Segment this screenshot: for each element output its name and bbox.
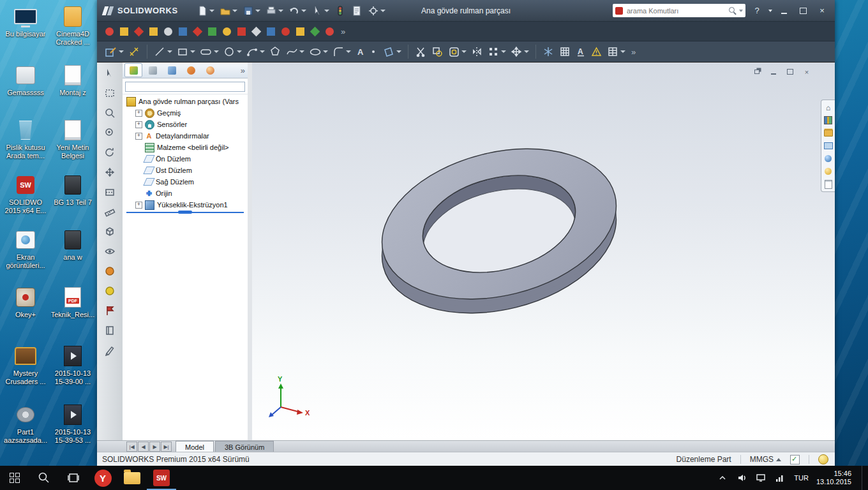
arc-icon[interactable] — [245, 45, 266, 59]
desktop-icon-bu-bilgisayar[interactable]: Bu bilgisayar — [3, 5, 49, 38]
move-entities-icon[interactable] — [509, 45, 530, 59]
smart-dimension-icon[interactable] — [127, 45, 142, 59]
taskbar-search-button[interactable] — [29, 466, 59, 490]
tree-item-sag-duzlem[interactable]: Sağ Düzlem — [123, 176, 248, 188]
desktop-icon-ana-w[interactable]: ana w — [50, 228, 96, 262]
help-dropdown-icon[interactable] — [768, 10, 772, 12]
expand-icon[interactable] — [135, 133, 142, 140]
select-cursor-icon[interactable] — [102, 66, 117, 80]
help-button[interactable]: ? — [749, 4, 765, 17]
desktop-icon-montaj-z[interactable]: Montaj z — [50, 64, 96, 97]
tab-featuremanager[interactable] — [124, 63, 142, 77]
toolbar2-icon-6[interactable] — [177, 26, 188, 37]
mirror-entities-icon[interactable] — [470, 45, 484, 59]
ring-part[interactable] — [366, 126, 632, 336]
rollback-bar[interactable] — [126, 212, 244, 213]
start-button[interactable] — [0, 466, 29, 490]
desktop-icon-recording-1[interactable]: 2015-10-13 15-39-00 ... — [50, 345, 96, 386]
toolbar2-icon-10[interactable] — [236, 26, 247, 37]
new-document-button[interactable] — [195, 4, 216, 18]
rotate-view-icon[interactable] — [102, 145, 117, 160]
annotation-icon[interactable]: A — [574, 45, 587, 59]
convert-entities-icon[interactable] — [430, 45, 445, 59]
viewport-close-icon[interactable]: × — [802, 68, 812, 76]
toolbar2-icon-16[interactable] — [324, 26, 335, 37]
offset-entities-icon[interactable] — [447, 45, 468, 59]
command-search-box[interactable] — [613, 4, 745, 17]
slot-icon[interactable] — [198, 45, 220, 59]
tab-scroll-first-icon[interactable]: |◀ — [126, 442, 137, 452]
pan-icon[interactable] — [102, 165, 117, 179]
section-view-icon[interactable] — [102, 185, 117, 199]
warning-icon[interactable] — [589, 45, 604, 59]
expand-icon[interactable] — [135, 110, 142, 117]
desktop-icon-teknik-resim[interactable]: Teknik_Resi... — [50, 286, 96, 319]
display-icon[interactable] — [754, 471, 767, 484]
search-dropdown-icon[interactable] — [739, 10, 743, 12]
options-button[interactable] — [366, 4, 387, 18]
zoom-fit-icon[interactable] — [102, 106, 117, 120]
desktop-icon-part1[interactable]: Part1 aazsazsada... — [3, 403, 49, 445]
select-button[interactable] — [310, 4, 331, 18]
viewport-minimize-icon[interactable] — [768, 68, 779, 76]
sketch-fillet-icon[interactable] — [331, 45, 352, 59]
graphics-viewport[interactable]: × — [252, 63, 835, 440]
toolbar2-icon-2[interactable] — [118, 26, 130, 37]
linear-pattern-icon[interactable] — [486, 45, 507, 59]
desktop-icon-mystery-crusaders[interactable]: Mystery Crusaders ... — [3, 345, 49, 386]
undo-button[interactable] — [287, 4, 308, 18]
toolbar2-icon-4[interactable] — [147, 26, 159, 37]
ellipse-icon[interactable] — [308, 45, 329, 59]
maximize-button[interactable] — [795, 4, 811, 17]
minimize-button[interactable] — [776, 4, 791, 17]
custom-properties-tag-icon[interactable] — [790, 455, 800, 464]
show-desktop-button[interactable] — [862, 466, 865, 490]
network-icon[interactable] — [774, 471, 786, 484]
viewport-restore-icon[interactable] — [752, 68, 762, 76]
tab-3d-views[interactable]: 3B Görünüm — [215, 441, 274, 452]
tab-model[interactable]: Model — [176, 441, 214, 452]
grid-icon[interactable] — [558, 45, 572, 59]
box-select-icon[interactable] — [102, 86, 117, 100]
appearance-icon[interactable] — [102, 264, 117, 278]
viewport-maximize-icon[interactable] — [785, 68, 795, 76]
home-icon[interactable] — [823, 103, 833, 112]
tree-filter-input[interactable] — [125, 82, 245, 92]
decal-flag-icon[interactable] — [102, 304, 117, 318]
desktop-icon-yeni-metin[interactable]: Yeni Metin Belgesi — [50, 119, 96, 160]
toolbar2-icon-5[interactable] — [162, 26, 174, 37]
tab-scroll-last-icon[interactable]: ▶| — [161, 442, 172, 452]
tree-item-ust-duzlem[interactable]: Üst Düzlem — [123, 165, 248, 176]
toolbar2-icon-8[interactable] — [206, 26, 218, 37]
desktop-icon-solidworks-setup[interactable]: SOLIDWO 2015 x64 E... — [3, 174, 49, 215]
tree-root-item[interactable]: Ana gövde rulman parçası (Vars — [123, 96, 248, 107]
desktop-icon-bg13[interactable]: BG 13 Teil 7 — [50, 174, 96, 207]
close-button[interactable]: × — [814, 4, 830, 17]
toolbar3-overflow-icon[interactable]: » — [629, 47, 638, 57]
tab-dimxpertmanager[interactable] — [182, 63, 200, 77]
zoom-area-icon[interactable] — [102, 126, 117, 140]
view-palette-icon[interactable] — [823, 141, 833, 151]
decals-icon[interactable] — [823, 167, 833, 176]
tree-item-sensorler[interactable]: Sensörler — [123, 119, 248, 130]
sketch-icon[interactable] — [103, 45, 125, 59]
search-input[interactable] — [625, 6, 726, 15]
plane-icon[interactable] — [381, 45, 403, 59]
toolbar2-icon-1[interactable] — [103, 26, 115, 37]
custom-properties-icon[interactable] — [823, 179, 833, 189]
file-explorer-icon[interactable] — [823, 128, 833, 138]
toolbar2-icon-15[interactable] — [309, 26, 320, 37]
tree-item-detaylandirmalar[interactable]: Detaylandırmalar — [123, 130, 248, 142]
print-button[interactable] — [264, 4, 285, 18]
tab-propertymanager[interactable] — [144, 63, 161, 77]
tree-item-gecmis[interactable]: Geçmiş — [123, 107, 248, 119]
expand-icon[interactable] — [135, 121, 142, 128]
design-library-icon[interactable] — [823, 115, 833, 125]
text-icon[interactable]: A — [354, 45, 366, 59]
polygon-icon[interactable] — [268, 45, 283, 59]
desktop-icon-cinema4d[interactable]: Cinema4D Cracked ... — [50, 5, 96, 47]
tab-scroll-left-icon[interactable]: ◀ — [138, 442, 149, 452]
reference-axes-icon[interactable] — [541, 45, 556, 59]
toolbar2-icon-3[interactable] — [133, 26, 144, 37]
toolbar2-overflow-icon[interactable]: » — [338, 27, 348, 36]
